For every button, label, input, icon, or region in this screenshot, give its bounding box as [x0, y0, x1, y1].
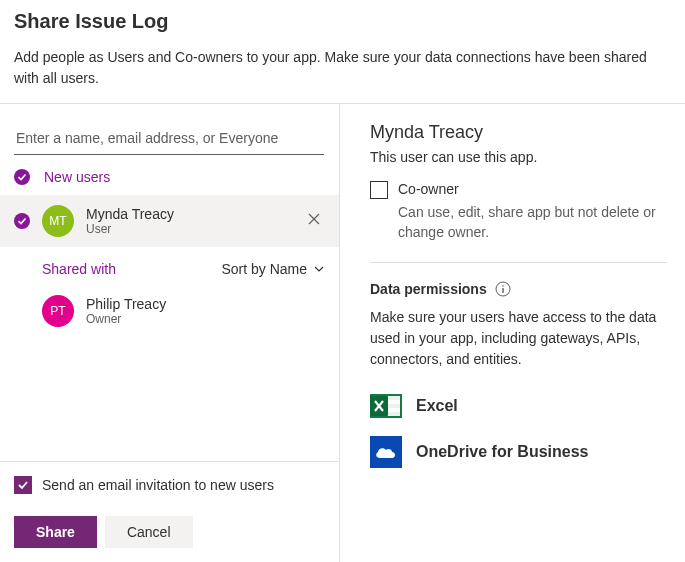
svg-point-1	[14, 213, 30, 229]
user-info: Mynda Treacy User	[86, 206, 303, 236]
left-panel: New users MT Mynda Treacy User Shared wi…	[0, 104, 340, 562]
user-name: Mynda Treacy	[86, 206, 303, 222]
chevron-down-icon	[313, 263, 325, 275]
avatar: PT	[42, 295, 74, 327]
svg-rect-4	[502, 288, 503, 293]
divider	[370, 262, 667, 263]
send-email-checkbox[interactable]	[14, 476, 32, 494]
user-info: Philip Treacy Owner	[86, 296, 325, 326]
share-button[interactable]: Share	[14, 516, 97, 548]
new-user-row[interactable]: MT Mynda Treacy User	[0, 195, 339, 247]
page-title: Share Issue Log	[14, 10, 671, 33]
svg-point-3	[502, 285, 504, 287]
cancel-button[interactable]: Cancel	[105, 516, 193, 548]
check-circle-icon	[14, 169, 30, 185]
coowner-label: Co-owner	[398, 181, 459, 197]
remove-user-icon[interactable]	[303, 208, 325, 234]
onedrive-icon	[370, 436, 402, 468]
selected-user-subtitle: This user can use this app.	[370, 149, 667, 165]
people-search-input[interactable]	[14, 122, 324, 155]
sort-by-dropdown[interactable]: Sort by Name	[221, 261, 325, 277]
info-icon[interactable]	[495, 281, 511, 297]
user-role: User	[86, 222, 303, 236]
coowner-checkbox[interactable]	[370, 181, 388, 199]
send-email-checkbox-row[interactable]: Send an email invitation to new users	[0, 462, 339, 508]
right-panel: Mynda Treacy This user can use this app.…	[340, 104, 685, 562]
selected-user-name: Mynda Treacy	[370, 122, 667, 143]
connector-label: Excel	[416, 397, 458, 415]
user-role: Owner	[86, 312, 325, 326]
excel-icon	[370, 390, 402, 422]
user-name: Philip Treacy	[86, 296, 325, 312]
connector-row-onedrive[interactable]: OneDrive for Business	[370, 436, 667, 468]
dialog-header: Share Issue Log Add people as Users and …	[0, 0, 685, 103]
data-permissions-title: Data permissions	[370, 281, 487, 297]
shared-user-row[interactable]: PT Philip Treacy Owner	[0, 285, 339, 337]
page-description: Add people as Users and Co-owners to you…	[14, 47, 671, 89]
coowner-description: Can use, edit, share app but not delete …	[398, 203, 667, 242]
send-email-label: Send an email invitation to new users	[42, 477, 274, 493]
data-permissions-description: Make sure your users have access to the …	[370, 307, 667, 370]
svg-point-0	[14, 169, 30, 185]
check-circle-icon	[14, 213, 30, 229]
shared-with-header: Shared with Sort by Name	[0, 247, 339, 285]
avatar: MT	[42, 205, 74, 237]
shared-with-label: Shared with	[42, 261, 116, 277]
connector-label: OneDrive for Business	[416, 443, 589, 461]
connector-row-excel[interactable]: Excel	[370, 390, 667, 422]
new-users-section-label: New users	[0, 159, 339, 195]
checkmark-icon	[16, 478, 30, 492]
